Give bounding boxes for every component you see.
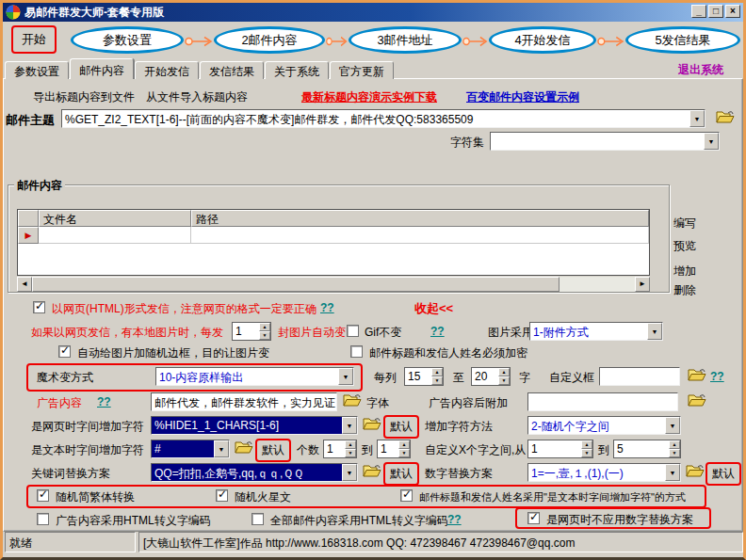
stepper-up-icon[interactable]: ▲	[431, 368, 443, 376]
digit-replace-combobox[interactable]: 1=一,壹,１,(1),(一)	[527, 463, 681, 482]
stepper-down-icon[interactable]: ▼	[669, 449, 680, 457]
scroll-thumb[interactable]	[32, 277, 560, 292]
chevron-down-icon[interactable]	[665, 464, 680, 481]
chevron-down-icon[interactable]	[689, 110, 705, 127]
ad-append-input[interactable]	[527, 392, 678, 411]
all-html-encode-checkbox[interactable]	[251, 513, 264, 525]
stepper-up-icon[interactable]: ▲	[259, 323, 270, 331]
stepper-down-icon[interactable]: ▼	[431, 376, 443, 385]
cell-path[interactable]	[191, 227, 649, 244]
image-help-link[interactable]: ??	[430, 325, 445, 338]
open-digit-file-icon[interactable]	[686, 464, 705, 479]
workflow-step-2[interactable]: 2邮件内容	[214, 26, 325, 54]
text-chars-default-button[interactable]: 默认	[255, 439, 291, 462]
col-from-stepper[interactable]: 15 ▲▼	[404, 367, 444, 386]
subject-combobox[interactable]: %GET_ZI2_TEXT[1-6]--[前面的内容不魔术变]邮件群发，邮件代发…	[61, 109, 705, 128]
open-text-chars-file-icon[interactable]	[235, 440, 253, 456]
maximize-button[interactable]: □	[708, 5, 723, 18]
preview-button[interactable]: 预览	[673, 238, 707, 254]
content-example-link[interactable]: 百变邮件内容设置示例	[466, 89, 579, 105]
web-chars-combobox[interactable]: %HIDE1_1_CHARS[1-6]	[151, 416, 358, 435]
magic-help-link[interactable]: ??	[710, 370, 724, 383]
chevron-down-icon[interactable]	[342, 417, 357, 434]
gif-keep-checkbox[interactable]	[347, 325, 359, 337]
encode-help-link[interactable]: ??	[447, 513, 462, 526]
open-custom-file-icon[interactable]	[688, 368, 706, 383]
collapse-link[interactable]: 收起<<	[414, 300, 453, 317]
custom-box-input[interactable]	[599, 367, 680, 386]
close-button[interactable]: ×	[725, 5, 740, 18]
cell-filename[interactable]	[39, 227, 191, 244]
simplified-traditional-checkbox[interactable]	[37, 489, 49, 502]
tab-send-result[interactable]: 发信结果	[200, 61, 264, 79]
count-from-stepper[interactable]: 1 ▲▼	[323, 440, 357, 458]
chevron-down-icon[interactable]	[342, 464, 357, 481]
web-chars-default-button[interactable]: 默认	[383, 415, 419, 439]
stepper-down-icon[interactable]: ▼	[398, 449, 410, 457]
stepper-down-icon[interactable]: ▼	[581, 449, 592, 457]
ad-help-link[interactable]: ??	[97, 395, 111, 408]
magic-mode-combobox[interactable]: 10-内容原样输出	[155, 367, 354, 386]
col-to-stepper[interactable]: 20 ▲▼	[471, 367, 511, 386]
demo-download-link[interactable]: 最新标题内容演示实例下载	[301, 89, 437, 105]
stepper-up-icon[interactable]: ▲	[345, 440, 356, 449]
image-count-stepper[interactable]: 1 ▲▼	[232, 322, 271, 341]
stepper-up-icon[interactable]: ▲	[581, 440, 592, 449]
scroll-right-icon[interactable]: ►	[635, 277, 650, 292]
open-web-chars-file-icon[interactable]	[363, 417, 381, 432]
count-to-stepper[interactable]: 1 ▲▼	[377, 440, 411, 458]
stepper-down-icon[interactable]: ▼	[498, 376, 510, 385]
tab-params[interactable]: 参数设置	[5, 61, 69, 79]
tab-start-send[interactable]: 开始发信	[135, 61, 199, 79]
open-subject-file-icon[interactable]	[716, 110, 735, 125]
add-button[interactable]: 增加	[673, 264, 707, 280]
no-digit-replace-checkbox[interactable]	[527, 512, 540, 524]
write-button[interactable]: 编写	[673, 216, 707, 232]
chevron-down-icon[interactable]	[338, 368, 353, 385]
open-keyword-file-icon[interactable]	[363, 464, 381, 479]
picture-mode-combobox[interactable]: 1-附件方式	[529, 322, 663, 341]
stepper-down-icon[interactable]: ▼	[259, 331, 270, 340]
tab-update[interactable]: 官方更新	[330, 61, 394, 79]
chevron-down-icon[interactable]	[647, 323, 662, 340]
ad-html-encode-checkbox[interactable]	[37, 513, 49, 525]
chevron-down-icon[interactable]	[704, 133, 719, 150]
encrypt-checkbox[interactable]	[350, 345, 363, 358]
add-char-method-combobox[interactable]: 2-随机个字之间	[527, 416, 681, 435]
chevron-down-icon[interactable]	[665, 417, 680, 434]
stepper-up-icon[interactable]: ▲	[498, 368, 510, 376]
table-hscrollbar[interactable]: ◄ ►	[17, 277, 650, 292]
workflow-step-1[interactable]: 参数设置	[71, 26, 184, 54]
workflow-step-4[interactable]: 4开始发信	[489, 26, 596, 54]
table-row[interactable]: ▶	[18, 227, 649, 244]
title-sender-mode-checkbox[interactable]	[400, 489, 413, 502]
digit-default-button[interactable]: 默认	[705, 462, 741, 486]
attachment-table[interactable]: 文件名 路径 ▶	[17, 209, 650, 276]
mars-text-checkbox[interactable]	[216, 489, 228, 502]
stepper-down-icon[interactable]: ▼	[345, 449, 356, 457]
start-button[interactable]: 开始	[11, 25, 57, 54]
custom-x-to-stepper[interactable]: 5 ▲▼	[613, 440, 681, 458]
random-border-checkbox[interactable]	[58, 345, 71, 358]
chevron-down-icon[interactable]	[214, 440, 229, 457]
delete-button[interactable]: 删除	[673, 282, 707, 298]
charset-combobox[interactable]	[490, 132, 720, 151]
tab-mail-content[interactable]: 邮件内容	[70, 58, 134, 79]
font-button[interactable]: 字体	[366, 395, 389, 411]
workflow-step-3[interactable]: 3邮件地址	[349, 26, 462, 54]
text-chars-combobox[interactable]: #	[151, 440, 230, 458]
exit-system-link[interactable]: 退出系统	[678, 62, 723, 78]
html-help-link[interactable]: ??	[320, 301, 334, 314]
import-titles-button[interactable]: 从文件导入标题内容	[146, 89, 248, 105]
custom-x-from-stepper[interactable]: 1 ▲▼	[527, 440, 593, 458]
keyword-replace-combobox[interactable]: QQ=扣扣,企鹅号,qq,ｑｑ,ＱＱ	[151, 463, 358, 482]
stepper-up-icon[interactable]: ▲	[398, 440, 410, 449]
keyword-default-button[interactable]: 默认	[383, 462, 419, 486]
ad-content-input[interactable]: 邮件代发，邮件群发软件，实力见证	[151, 392, 337, 411]
export-titles-button[interactable]: 导出标题内容到文件	[33, 89, 135, 105]
open-append-file-icon[interactable]	[688, 393, 706, 408]
stepper-up-icon[interactable]: ▲	[669, 440, 680, 449]
open-ad-file-icon[interactable]	[343, 393, 362, 408]
minimize-button[interactable]: _	[691, 5, 706, 18]
workflow-step-5[interactable]: 5发信结果	[625, 26, 740, 54]
